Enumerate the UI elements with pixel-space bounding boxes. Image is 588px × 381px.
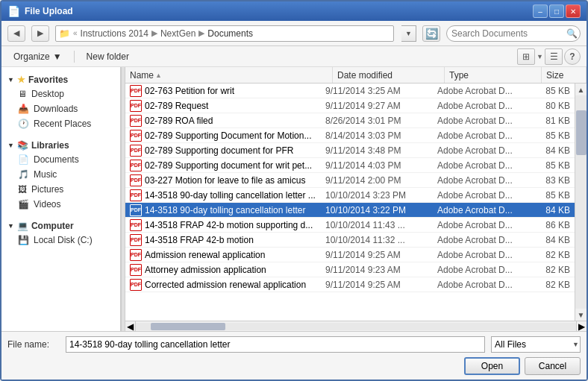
path-crumb-2[interactable]: NextGen xyxy=(160,28,196,39)
file-name: 02-789 Supporting document for PFR xyxy=(145,145,293,156)
column-header-size[interactable]: Size xyxy=(542,67,587,83)
sidebar-section-favorites[interactable]: ▼ ★ Favorites xyxy=(1,72,120,86)
sidebar-item-desktop[interactable]: 🖥 Desktop xyxy=(1,86,120,101)
table-row[interactable]: PDF 02-789 Request 9/11/2014 9:27 AM Ado… xyxy=(125,98,575,113)
preview-pane-button[interactable]: ☰ xyxy=(545,48,563,65)
table-row[interactable]: PDF 14-3518 FRAP 42-b motion 10/10/2014 … xyxy=(125,233,575,248)
organize-button[interactable]: Organize ▼ xyxy=(7,50,68,63)
table-row[interactable]: PDF 02-789 Supporting document for PFR 9… xyxy=(125,143,575,158)
scroll-right-button[interactable]: ▶ xyxy=(576,321,587,332)
file-size: 84 KB xyxy=(530,145,575,156)
file-type: Adobe Acrobat D... xyxy=(433,220,530,230)
pdf-icon: PDF xyxy=(130,85,142,97)
libraries-icon: 📚 xyxy=(17,140,28,151)
file-name-cell: PDF 02-789 Request xyxy=(125,100,321,112)
column-header-name[interactable]: Name ▲ xyxy=(125,67,333,83)
horizontal-scrollbar[interactable]: ◀ ▶ xyxy=(125,321,587,331)
forward-button[interactable]: ▶ xyxy=(31,25,49,42)
sidebar-localdisk-label: Local Disk (C:) xyxy=(34,235,93,245)
path-dropdown-button[interactable]: ▼ xyxy=(401,25,416,42)
filetype-select[interactable]: All Files PDF Files Word Documents xyxy=(491,336,581,353)
file-name-cell: PDF 02-789 Supporting document for PFR xyxy=(125,145,321,157)
file-name-cell: PDF Corrected admission renewal applicat… xyxy=(125,279,321,291)
sidebar-item-pictures[interactable]: 🖼 Pictures xyxy=(1,182,120,197)
filename-label: File name: xyxy=(7,339,60,350)
file-size: 85 KB xyxy=(530,86,575,96)
filetype-wrapper: All Files PDF Files Word Documents ▼ xyxy=(491,336,581,353)
favorites-star-icon: ★ xyxy=(17,75,25,85)
filename-input[interactable] xyxy=(66,336,485,353)
folder-icon: 📁 xyxy=(59,28,70,39)
scroll-up-button[interactable]: ▲ xyxy=(575,84,587,95)
downloads-icon: 📥 xyxy=(18,104,29,114)
file-name: 02-789 Request xyxy=(145,101,208,111)
file-type: Adobe Acrobat D... xyxy=(433,116,530,126)
buttons-row: Open Cancel xyxy=(7,357,581,375)
vertical-scrollbar[interactable]: ▲ ▼ xyxy=(575,84,587,321)
documents-icon: 📄 xyxy=(18,154,29,165)
videos-icon: 🎬 xyxy=(18,199,29,210)
table-row[interactable]: PDF 03-227 Motion for leave to file as a… xyxy=(125,173,575,188)
table-row[interactable]: PDF 14-3518 FRAP 42-b motion supporting … xyxy=(125,218,575,233)
sidebar-section-computer[interactable]: ▼ 💻 Computer xyxy=(1,218,120,233)
close-button[interactable]: ✕ xyxy=(566,4,581,18)
pdf-icon: PDF xyxy=(130,160,142,171)
file-type: Adobe Acrobat D... xyxy=(433,130,530,141)
sidebar-item-music[interactable]: 🎵 Music xyxy=(1,167,120,182)
desktop-icon: 🖥 xyxy=(18,89,27,99)
table-row[interactable]: PDF Corrected admission renewal applicat… xyxy=(125,277,575,292)
sidebar-videos-label: Videos xyxy=(34,199,60,210)
path-crumb-1[interactable]: Instructions 2014 xyxy=(81,28,148,39)
table-row[interactable]: PDF Admission renewal application 9/11/2… xyxy=(125,248,575,262)
path-sep-2: ▶ xyxy=(198,28,204,38)
sidebar-sep-2 xyxy=(1,212,120,218)
sidebar-section-libraries[interactable]: ▼ 📚 Libraries xyxy=(1,137,120,152)
table-row[interactable]: PDF 02-789 Supporting document for writ … xyxy=(125,158,575,173)
path-sep-1: ▶ xyxy=(151,28,157,38)
back-button[interactable]: ◀ xyxy=(7,25,25,42)
file-name-cell: PDF 02-763 Petition for writ xyxy=(125,85,321,97)
table-row[interactable]: PDF 02-789 Supporting Document for Motio… xyxy=(125,128,575,143)
table-row[interactable]: PDF 14-3518 90-day tolling cancellation … xyxy=(125,203,575,218)
search-box[interactable]: 🔍 xyxy=(446,25,581,42)
file-size: 83 KB xyxy=(530,175,575,186)
scroll-track[interactable] xyxy=(575,95,587,309)
scroll-down-button[interactable]: ▼ xyxy=(575,309,587,321)
horiz-scroll-thumb[interactable] xyxy=(151,323,225,330)
view-mode-button[interactable]: ⊞ xyxy=(517,48,535,65)
column-header-date[interactable]: Date modified xyxy=(333,67,445,83)
address-bar[interactable]: 📁 « Instructions 2014 ▶ NextGen ▶ Docume… xyxy=(55,25,394,42)
minimize-button[interactable]: – xyxy=(533,4,548,18)
file-date: 9/11/2014 9:27 AM xyxy=(321,101,433,111)
organize-label: Organize xyxy=(13,51,50,62)
table-row[interactable]: PDF Attorney admission application 9/11/… xyxy=(125,262,575,277)
file-size: 81 KB xyxy=(530,116,575,126)
table-row[interactable]: PDF 02-789 ROA filed 8/26/2014 3:01 PM A… xyxy=(125,113,575,128)
file-date: 10/10/2014 3:22 PM xyxy=(321,205,433,215)
help-button[interactable]: ? xyxy=(564,48,581,65)
table-row[interactable]: PDF 14-3518 90-day tolling cancellation … xyxy=(125,188,575,203)
file-name-cell: PDF 02-789 Supporting Document for Motio… xyxy=(125,130,321,142)
table-row[interactable]: PDF 02-763 Petition for writ 9/11/2014 3… xyxy=(125,84,575,98)
search-input[interactable] xyxy=(451,28,563,39)
file-name: 02-789 Supporting Document for Motion... xyxy=(145,130,311,141)
new-folder-button[interactable]: New folder xyxy=(81,50,135,63)
refresh-button[interactable]: 🔄 xyxy=(422,25,440,42)
window-icon: 📄 xyxy=(7,5,20,17)
file-type: Adobe Acrobat D... xyxy=(433,86,530,96)
scroll-thumb[interactable] xyxy=(576,110,587,155)
sidebar-item-local-disk[interactable]: 💾 Local Disk (C:) xyxy=(1,233,120,248)
sidebar-item-videos[interactable]: 🎬 Videos xyxy=(1,197,120,212)
sidebar-recent-label: Recent Places xyxy=(34,119,91,129)
favorites-arrow: ▼ xyxy=(7,76,14,84)
scroll-left-button[interactable]: ◀ xyxy=(125,321,136,332)
cancel-button[interactable]: Cancel xyxy=(525,357,581,375)
sidebar-item-downloads[interactable]: 📥 Downloads xyxy=(1,101,120,116)
sidebar-item-documents[interactable]: 📄 Documents xyxy=(1,152,120,167)
sidebar-item-recent-places[interactable]: 🕐 Recent Places xyxy=(1,116,120,131)
column-header-type[interactable]: Type xyxy=(445,67,542,83)
file-type: Adobe Acrobat D... xyxy=(433,250,530,260)
maximize-button[interactable]: □ xyxy=(549,4,564,18)
open-button[interactable]: Open xyxy=(464,357,520,375)
path-crumb-current[interactable]: Documents xyxy=(207,28,253,39)
